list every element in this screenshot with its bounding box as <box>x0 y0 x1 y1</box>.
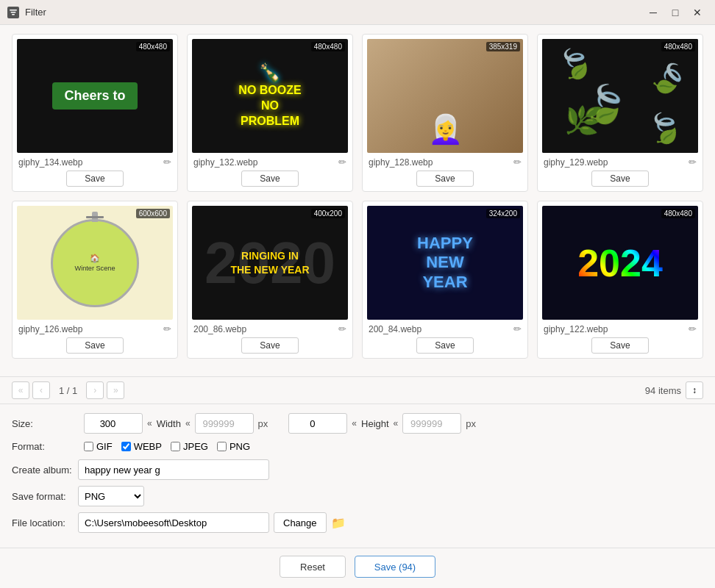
height-label: Height <box>361 418 389 429</box>
filename-label: giphy_126.webp <box>18 324 82 334</box>
png-label: PNG <box>230 441 250 452</box>
page-info: 1 / 1 <box>53 385 83 396</box>
image-preview: 2024 480x480 <box>542 206 698 320</box>
image-size-badge: 480x480 <box>661 42 695 51</box>
total-items-label: 94 items <box>645 385 681 396</box>
item-save-button[interactable]: Save <box>241 171 298 187</box>
maximize-button[interactable]: □ <box>665 4 686 21</box>
title-bar-left: Filter <box>7 7 46 18</box>
format-filter-row: Format: GIF WEBP JPEG PNG <box>12 441 703 452</box>
change-button[interactable]: Change <box>274 512 327 533</box>
filename-label: 200_84.webp <box>369 324 421 334</box>
file-location-input[interactable] <box>78 512 269 533</box>
image-size-badge: 385x319 <box>486 42 520 51</box>
prev-page-button[interactable]: ‹ <box>32 381 50 399</box>
sort-button[interactable]: ↕ <box>686 381 703 399</box>
jpeg-checkbox[interactable] <box>171 442 180 451</box>
svg-rect-0 <box>10 10 17 11</box>
svg-rect-1 <box>11 12 16 13</box>
format-filter-label: Format: <box>12 441 78 452</box>
title-bar-controls: ─ □ ✕ <box>643 4 708 21</box>
gallery-item: 2024 480x480 giphy_122.webp ✏ Save <box>537 201 703 359</box>
jpeg-checkbox-item[interactable]: JPEG <box>171 441 208 452</box>
image-preview: 🍃 🍃 🌿 🍃 🍃 480x480 <box>542 39 698 153</box>
save-all-button[interactable]: Save (94) <box>355 556 435 578</box>
png-checkbox-item[interactable]: PNG <box>217 441 250 452</box>
edit-icon[interactable]: ✏ <box>689 157 697 168</box>
height-min-input[interactable] <box>288 413 347 434</box>
item-save-button[interactable]: Save <box>591 171 648 187</box>
jpeg-label: JPEG <box>183 441 208 452</box>
gallery-item: 👩‍🦳 385x319 giphy_128.webp ✏ Save <box>362 34 528 192</box>
gallery-item: Cheers to 480x480 giphy_134.webp ✏ Save <box>12 34 178 192</box>
filename-label: giphy_128.webp <box>369 157 433 168</box>
edit-icon[interactable]: ✏ <box>689 323 697 334</box>
save-format-row: Save format: PNG JPG WEBP GIF <box>12 486 703 506</box>
item-save-button[interactable]: Save <box>416 171 473 187</box>
file-location-label: File location: <box>12 517 78 528</box>
filename-label: 200_86.webp <box>193 324 246 334</box>
filename-label: giphy_129.webp <box>544 157 608 168</box>
item-info: giphy_132.webp ✏ <box>192 157 348 168</box>
next-page-button[interactable]: › <box>86 381 104 399</box>
title-bar: Filter ─ □ ✕ <box>0 0 715 25</box>
items-count: 94 items ↕ <box>645 381 703 399</box>
close-button[interactable]: ✕ <box>687 4 708 21</box>
image-size-badge: 480x480 <box>311 42 345 51</box>
left-arrow-icon: « <box>147 418 152 429</box>
folder-icon[interactable]: 📁 <box>331 516 346 530</box>
gif-label: GIF <box>96 441 113 452</box>
album-input[interactable] <box>78 459 269 480</box>
item-info: 200_86.webp ✏ <box>192 323 348 334</box>
image-size-badge: 480x480 <box>136 42 170 51</box>
image-preview: 2020 RINGING INTHE NEW YEAR 400x200 <box>192 206 348 320</box>
filename-label: giphy_122.webp <box>544 324 608 334</box>
edit-icon[interactable]: ✏ <box>163 323 171 334</box>
gallery-grid: Cheers to 480x480 giphy_134.webp ✏ Save … <box>12 34 703 359</box>
gallery-item: 2020 RINGING INTHE NEW YEAR 400x200 200_… <box>187 201 353 359</box>
gallery-item: HAPPYNEWYEAR 324x200 200_84.webp ✏ Save <box>362 201 528 359</box>
png-checkbox[interactable] <box>217 442 227 451</box>
item-save-button[interactable]: Save <box>416 337 473 354</box>
svg-rect-2 <box>12 14 15 15</box>
edit-icon[interactable]: ✏ <box>513 323 522 334</box>
item-save-button[interactable]: Save <box>66 171 123 187</box>
save-format-select[interactable]: PNG JPG WEBP GIF <box>78 486 144 506</box>
format-checkboxes: GIF WEBP JPEG PNG <box>84 441 250 452</box>
edit-icon[interactable]: ✏ <box>338 157 346 168</box>
filename-label: giphy_134.webp <box>18 157 82 168</box>
size-filter-row: Size: « Width « px « Height « px <box>12 413 703 434</box>
height-input-group: « Height « px <box>288 413 476 434</box>
left-arrow-icon-2: « <box>352 418 357 429</box>
save-format-label: Save format: <box>12 491 78 502</box>
height-max-input[interactable] <box>402 413 461 434</box>
width-min-input[interactable] <box>84 413 143 434</box>
image-preview: Cheers to 480x480 <box>17 39 173 153</box>
size-filter-label: Size: <box>12 418 78 429</box>
item-save-button[interactable]: Save <box>66 337 123 354</box>
px-label-1: px <box>258 418 268 429</box>
album-row: Create album: <box>12 459 703 480</box>
last-page-button[interactable]: » <box>107 381 124 399</box>
edit-icon[interactable]: ✏ <box>338 323 346 334</box>
right-arrow-icon: « <box>185 418 191 429</box>
width-max-input[interactable] <box>195 413 254 434</box>
item-save-button[interactable]: Save <box>591 337 648 354</box>
webp-checkbox-item[interactable]: WEBP <box>121 441 162 452</box>
file-location-row: File location: Change 📁 <box>12 512 703 533</box>
reset-button[interactable]: Reset <box>280 556 346 578</box>
image-size-badge: 400x200 <box>311 209 345 218</box>
edit-icon[interactable]: ✏ <box>163 157 171 168</box>
gif-checkbox-item[interactable]: GIF <box>84 441 113 452</box>
webp-checkbox[interactable] <box>121 442 131 451</box>
edit-icon[interactable]: ✏ <box>513 157 522 168</box>
gif-checkbox[interactable] <box>84 442 93 451</box>
size-input-group: « Width « px <box>84 413 268 434</box>
item-info: giphy_126.webp ✏ <box>17 323 173 334</box>
first-page-button[interactable]: « <box>12 381 29 399</box>
image-preview: 🍾 NO BOOZENOPROBLEM 480x480 <box>192 39 348 153</box>
minimize-button[interactable]: ─ <box>643 4 664 21</box>
item-save-button[interactable]: Save <box>241 337 298 354</box>
image-preview: 👩‍🦳 385x319 <box>367 39 523 153</box>
item-info: giphy_129.webp ✏ <box>542 157 698 168</box>
